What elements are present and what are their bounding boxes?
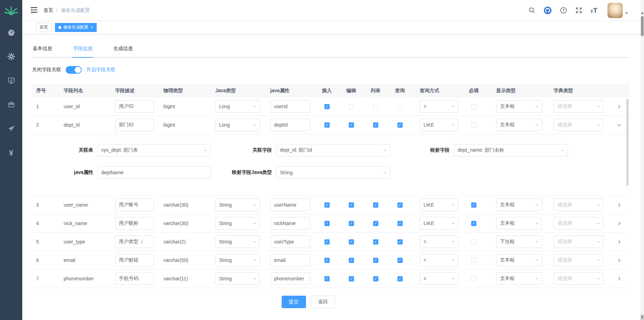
insert-checkbox[interactable]: ✓	[324, 202, 330, 208]
tab-basic-info[interactable]: 基本信息	[32, 43, 53, 57]
display-type-select[interactable]: 文本框	[496, 254, 542, 266]
relation-field-select[interactable]: dept_id: 部门id	[276, 144, 390, 157]
java-type-select[interactable]: String	[215, 254, 260, 266]
field-desc-input[interactable]	[115, 217, 154, 230]
java-type-select[interactable]: String	[215, 217, 260, 230]
expand-row-toggle[interactable]	[617, 221, 622, 226]
required-checkbox[interactable]	[471, 122, 476, 128]
fullscreen-icon[interactable]	[575, 7, 582, 14]
query-checkbox[interactable]	[397, 104, 403, 109]
app-logo[interactable]	[0, 0, 22, 21]
query-mode-select[interactable]: LIKE	[420, 199, 458, 211]
java-attr-input[interactable]	[270, 119, 310, 131]
expand-row-toggle[interactable]	[617, 202, 622, 208]
java-type-select[interactable]: String	[215, 235, 260, 248]
back-button[interactable]: 返回	[311, 296, 335, 308]
required-checkbox[interactable]: ✓	[471, 221, 476, 226]
java-attr-input[interactable]	[270, 235, 310, 248]
field-desc-input[interactable]	[115, 254, 154, 266]
mapping-java-attr-input[interactable]	[97, 166, 211, 179]
tab-generate-info[interactable]: 生成信息	[113, 43, 134, 57]
list-checkbox[interactable]: ✓	[373, 276, 378, 281]
expand-row-toggle[interactable]	[617, 104, 622, 109]
list-checkbox[interactable]: ✓	[373, 202, 378, 208]
required-checkbox[interactable]	[471, 239, 476, 245]
java-attr-input[interactable]	[270, 199, 310, 211]
edit-checkbox[interactable]: ✓	[349, 258, 354, 263]
java-type-select[interactable]: Long	[215, 119, 260, 131]
query-checkbox[interactable]: ✓	[397, 221, 403, 226]
github-icon[interactable]	[544, 6, 552, 15]
submit-button[interactable]: 提交	[282, 296, 306, 308]
sidebar-item-pay[interactable]: ¥	[0, 141, 22, 165]
query-checkbox[interactable]: ✓	[397, 122, 403, 128]
scroll-down-button[interactable]	[641, 314, 644, 320]
list-checkbox[interactable]: ✓	[373, 258, 378, 263]
sidebar-item-tools[interactable]	[0, 93, 22, 117]
dict-type-select[interactable]: 请选择	[554, 119, 604, 131]
help-icon[interactable]: ?	[560, 7, 567, 14]
query-checkbox[interactable]: ✓	[397, 276, 403, 281]
query-mode-select[interactable]: =	[420, 272, 458, 285]
edit-checkbox[interactable]: ✓	[349, 239, 354, 245]
relation-toggle-switch[interactable]	[66, 66, 82, 74]
expand-row-toggle[interactable]	[617, 276, 622, 281]
sidebar-item-guide[interactable]	[0, 117, 22, 141]
table-scrollbar-thumb[interactable]	[626, 99, 629, 186]
display-type-select[interactable]: 下拉框	[496, 235, 542, 248]
insert-checkbox[interactable]: ✓	[324, 239, 330, 245]
java-attr-input[interactable]	[270, 217, 310, 230]
dict-type-select[interactable]: 请选择	[554, 100, 604, 113]
edit-checkbox[interactable]: ✓	[349, 221, 354, 226]
list-checkbox[interactable]: ✓	[373, 239, 378, 245]
search-icon[interactable]	[528, 7, 536, 14]
page-scrollbar-thumb[interactable]	[641, 16, 644, 36]
insert-checkbox[interactable]: ✓	[324, 258, 330, 263]
tag-edit-gen-config[interactable]: 修改生成配置 ×	[55, 23, 97, 32]
java-type-select[interactable]: String	[215, 199, 260, 211]
required-checkbox[interactable]	[471, 258, 476, 263]
java-type-select[interactable]: Long	[215, 100, 260, 113]
sidebar-item-system[interactable]	[0, 45, 22, 69]
display-type-select[interactable]: 文本框	[496, 217, 542, 230]
java-type-select[interactable]: String	[215, 272, 260, 285]
edit-checkbox[interactable]	[349, 104, 354, 109]
field-desc-input[interactable]	[115, 235, 154, 248]
query-mode-select[interactable]: LIKE	[420, 217, 458, 230]
dict-type-select[interactable]: 请选择	[554, 235, 604, 248]
mapping-field-select[interactable]: dept_name: 部门名称	[454, 144, 568, 157]
insert-checkbox[interactable]: ✓	[324, 276, 330, 281]
list-checkbox[interactable]	[373, 104, 378, 109]
dict-type-select[interactable]: 请选择	[554, 217, 604, 230]
dict-type-select[interactable]: 请选择	[554, 199, 604, 211]
display-type-select[interactable]: 文本框	[496, 100, 542, 113]
edit-checkbox[interactable]: ✓	[349, 122, 354, 128]
required-checkbox[interactable]	[471, 276, 476, 281]
user-menu[interactable]	[607, 3, 628, 18]
query-mode-select[interactable]: =	[420, 100, 458, 113]
expand-row-toggle[interactable]	[617, 258, 622, 263]
font-size-icon[interactable]: TT	[590, 7, 597, 14]
expand-row-toggle[interactable]	[617, 239, 622, 245]
edit-checkbox[interactable]: ✓	[349, 202, 354, 208]
field-desc-input[interactable]	[115, 100, 154, 113]
tab-field-info[interactable]: 字段信息	[72, 43, 93, 57]
sidebar-item-monitor[interactable]	[0, 69, 22, 93]
sidebar-item-dashboard[interactable]	[0, 21, 22, 45]
insert-checkbox[interactable]: ✓	[324, 221, 330, 226]
insert-checkbox[interactable]: ✓	[324, 122, 330, 128]
java-attr-input[interactable]	[270, 272, 310, 285]
collapse-menu-button[interactable]	[30, 6, 38, 15]
display-type-select[interactable]: 文本框	[496, 199, 542, 211]
field-desc-input[interactable]	[115, 199, 154, 211]
field-desc-input[interactable]	[115, 272, 154, 285]
java-attr-input[interactable]	[270, 254, 310, 266]
list-checkbox[interactable]: ✓	[373, 122, 378, 128]
query-checkbox[interactable]: ✓	[397, 258, 403, 263]
relation-table-select[interactable]: sys_dept: 部门表	[97, 144, 211, 157]
dict-type-select[interactable]: 请选择	[554, 272, 604, 285]
close-icon[interactable]: ×	[90, 25, 93, 30]
expand-row-toggle[interactable]	[617, 122, 622, 128]
required-checkbox[interactable]: ✓	[471, 202, 476, 208]
edit-checkbox[interactable]: ✓	[349, 276, 354, 281]
